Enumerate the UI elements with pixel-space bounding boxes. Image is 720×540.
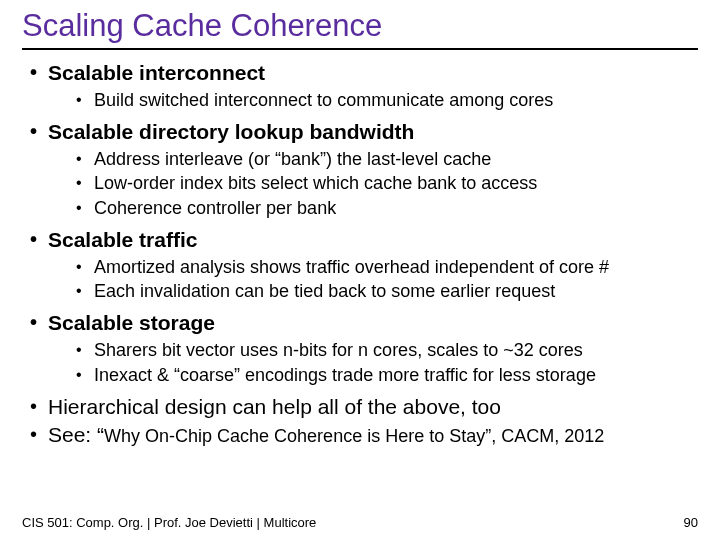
sub-bullet: Sharers bit vector uses n-bits for n cor… (76, 339, 698, 363)
slide-footer: CIS 501: Comp. Org. | Prof. Joe Devietti… (22, 515, 698, 530)
slide-title: Scaling Cache Coherence (22, 8, 698, 44)
see-prefix: See: “ (48, 423, 104, 446)
bullet-scalable-interconnect: Scalable interconnect Build switched int… (28, 60, 698, 113)
sub-bullet: Coherence controller per bank (76, 197, 698, 221)
sublist: Build switched interconnect to communica… (48, 89, 698, 113)
bullet-scalable-storage: Scalable storage Sharers bit vector uses… (28, 310, 698, 387)
bullet-scalable-traffic: Scalable traffic Amortized analysis show… (28, 227, 698, 304)
sublist: Sharers bit vector uses n-bits for n cor… (48, 339, 698, 388)
bullet-scalable-directory: Scalable directory lookup bandwidth Addr… (28, 119, 698, 221)
footer-page-number: 90 (684, 515, 698, 530)
bullet-see-reference: See: “Why On-Chip Cache Coherence is Her… (28, 422, 698, 449)
sub-bullet: Each invalidation can be tied back to so… (76, 280, 698, 304)
bullet-list: Scalable interconnect Build switched int… (22, 60, 698, 449)
sublist: Amortized analysis shows traffic overhea… (48, 256, 698, 305)
bullet-hierarchical: Hierarchical design can help all of the … (28, 394, 698, 421)
heading-text: Scalable directory lookup bandwidth (48, 120, 414, 143)
sub-bullet: Build switched interconnect to communica… (76, 89, 698, 113)
sub-bullet: Address interleave (or “bank”) the last-… (76, 148, 698, 172)
sub-bullet: Amortized analysis shows traffic overhea… (76, 256, 698, 280)
footer-left: CIS 501: Comp. Org. | Prof. Joe Devietti… (22, 515, 316, 530)
sub-bullet: Inexact & “coarse” encodings trade more … (76, 364, 698, 388)
slide: Scaling Cache Coherence Scalable interco… (0, 0, 720, 540)
title-underline (22, 48, 698, 50)
see-citation: Why On-Chip Cache Coherence is Here to S… (104, 426, 604, 446)
heading-text: Scalable interconnect (48, 61, 265, 84)
heading-text: Scalable traffic (48, 228, 197, 251)
heading-text: Scalable storage (48, 311, 215, 334)
sublist: Address interleave (or “bank”) the last-… (48, 148, 698, 221)
sub-bullet: Low-order index bits select which cache … (76, 172, 698, 196)
